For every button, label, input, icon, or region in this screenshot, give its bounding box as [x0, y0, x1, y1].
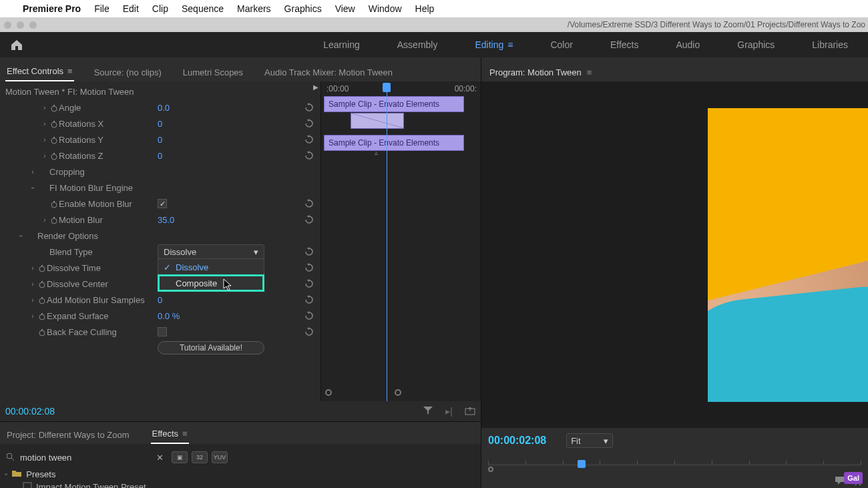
twirl-icon[interactable]: › — [28, 168, 37, 176]
stopwatch-icon[interactable] — [37, 327, 47, 337]
panel-menu-icon[interactable]: ≡ — [182, 429, 188, 439]
panel-menu-icon[interactable]: ≡ — [587, 67, 592, 77]
stopwatch-icon[interactable] — [37, 263, 47, 273]
stopwatch-icon[interactable] — [37, 311, 47, 321]
home-icon[interactable] — [0, 39, 33, 51]
reset-icon[interactable] — [304, 103, 314, 112]
blend-option-dissolve[interactable]: ✓ Dissolve — [158, 259, 264, 275]
tutorial-button[interactable]: Tutorial Available! — [158, 341, 264, 354]
reset-icon[interactable] — [304, 119, 314, 128]
workspace-color[interactable]: Color — [550, 39, 572, 50]
twirl-icon[interactable]: › — [40, 152, 49, 160]
yuv-effects-icon[interactable]: YUV — [212, 451, 228, 463]
prop-angle-value[interactable]: 0.0 — [158, 103, 170, 113]
workspace-audio[interactable]: Audio — [676, 39, 700, 50]
tab-project[interactable]: Project: Different Ways to Zoom — [5, 430, 131, 444]
export-frame-icon[interactable] — [465, 406, 475, 417]
prop-rotz-value[interactable]: 0 — [158, 151, 162, 161]
stopwatch-icon[interactable] — [49, 119, 59, 129]
stopwatch-icon[interactable] — [37, 279, 47, 289]
reset-icon[interactable] — [304, 311, 314, 320]
twirl-icon[interactable]: › — [3, 473, 10, 475]
menu-help[interactable]: Help — [415, 3, 435, 14]
blend-type-dropdown[interactable]: Dissolve ▾ — [158, 244, 264, 259]
twirl-icon[interactable]: › — [40, 104, 49, 111]
workspace-editing[interactable]: Editing≡ — [475, 39, 513, 50]
presets-folder[interactable]: › Presets — [5, 467, 475, 479]
workspace-libraries[interactable]: Libraries — [812, 39, 848, 50]
timeline-clip-1[interactable]: Sample Clip - Envato Elements — [324, 96, 464, 112]
twirl-icon[interactable]: › — [40, 136, 49, 144]
workspace-graphics[interactable]: Graphics — [737, 39, 775, 50]
reset-icon[interactable] — [304, 199, 314, 208]
reset-icon[interactable] — [304, 215, 314, 224]
playhead[interactable] — [578, 460, 586, 468]
program-timecode[interactable]: 00:00:02:08 — [488, 435, 546, 447]
app-name[interactable]: Premiere Pro — [23, 3, 81, 14]
zoom-window-button[interactable] — [29, 21, 37, 29]
menu-window[interactable]: Window — [369, 3, 402, 14]
twirl-icon[interactable]: › — [28, 312, 37, 320]
prop-rotx-value[interactable]: 0 — [158, 119, 162, 129]
stopwatch-icon[interactable] — [49, 151, 59, 161]
program-monitor[interactable] — [481, 81, 868, 428]
reset-icon[interactable] — [304, 295, 314, 304]
timeline-clip-2[interactable]: Sample Clip - Envato Elements — [324, 135, 464, 151]
32bit-effects-icon[interactable]: 32 — [192, 451, 208, 463]
twirl-icon[interactable]: › — [28, 280, 37, 288]
menu-view[interactable]: View — [335, 3, 355, 14]
reset-icon[interactable] — [304, 135, 314, 144]
blend-option-composite[interactable]: Composite — [158, 275, 264, 291]
panel-menu-icon[interactable]: ≡ — [67, 66, 73, 76]
workspace-learning[interactable]: Learning — [323, 39, 360, 50]
menu-edit[interactable]: Edit — [123, 3, 139, 14]
effects-search-input[interactable] — [19, 452, 152, 463]
filter-icon[interactable] — [423, 406, 433, 417]
stopwatch-icon[interactable] — [49, 215, 59, 225]
menu-sequence[interactable]: Sequence — [182, 3, 224, 14]
in-point-handle[interactable] — [488, 467, 493, 472]
workspace-effects[interactable]: Effects — [610, 39, 639, 50]
menu-markers[interactable]: Markers — [237, 3, 271, 14]
tab-program[interactable]: Program: Motion Tween≡ — [488, 67, 593, 81]
tab-effects[interactable]: Effects≡ — [151, 429, 189, 444]
reset-icon[interactable] — [304, 263, 314, 272]
stopwatch-icon[interactable] — [49, 135, 59, 145]
twirl-icon[interactable]: › — [17, 231, 25, 240]
reset-icon[interactable] — [304, 151, 314, 160]
tab-source[interactable]: Source: (no clips) — [93, 67, 163, 81]
prop-roty-value[interactable]: 0 — [158, 135, 162, 145]
tab-audio-mixer[interactable]: Audio Track Mixer: Motion Tween — [263, 67, 394, 81]
workspace-assembly[interactable]: Assembly — [397, 39, 438, 50]
twirl-icon[interactable]: › — [28, 264, 37, 272]
timeline-zoom-scrollbar[interactable] — [325, 391, 475, 396]
zoom-level-dropdown[interactable]: Fit ▾ — [566, 433, 613, 448]
tab-effect-controls[interactable]: Effect Controls≡ — [5, 66, 74, 81]
twirl-icon[interactable]: › — [40, 120, 49, 128]
reset-icon[interactable] — [304, 247, 314, 256]
menu-graphics[interactable]: Graphics — [284, 3, 322, 14]
reset-icon[interactable] — [304, 279, 314, 288]
twirl-icon[interactable]: › — [29, 183, 37, 192]
effect-controls-timeline[interactable]: ▶ :00:00 00:00: Sample Clip - Envato Ele… — [320, 81, 481, 401]
stopwatch-icon[interactable] — [49, 199, 59, 209]
menu-file[interactable]: File — [94, 3, 110, 14]
stopwatch-icon[interactable] — [37, 295, 47, 305]
step-forward-icon[interactable]: ▸| — [445, 406, 453, 417]
stopwatch-icon[interactable] — [49, 103, 59, 113]
current-timecode[interactable]: 00:00:02:08 — [5, 406, 55, 417]
preset-item[interactable]: Impact Motion Tween Preset — [5, 479, 475, 488]
close-window-button[interactable] — [4, 21, 11, 29]
back-face-checkbox[interactable] — [158, 327, 167, 336]
twirl-icon[interactable]: › — [40, 216, 49, 224]
play-icon[interactable]: ▶ — [313, 83, 318, 91]
prop-expand-surface-value[interactable]: 0.0 % — [158, 311, 180, 321]
clear-search-icon[interactable]: ✕ — [156, 453, 164, 463]
panel-menu-icon[interactable]: ≡ — [507, 39, 513, 50]
timeline-transition[interactable] — [351, 113, 404, 129]
enable-mb-checkbox[interactable]: ✓ — [158, 199, 167, 208]
menu-clip[interactable]: Clip — [152, 3, 168, 14]
timeline-ruler[interactable]: :00:00 00:00: — [321, 81, 481, 96]
twirl-icon[interactable]: › — [28, 296, 37, 304]
tab-lumetri[interactable]: Lumetri Scopes — [182, 67, 244, 81]
